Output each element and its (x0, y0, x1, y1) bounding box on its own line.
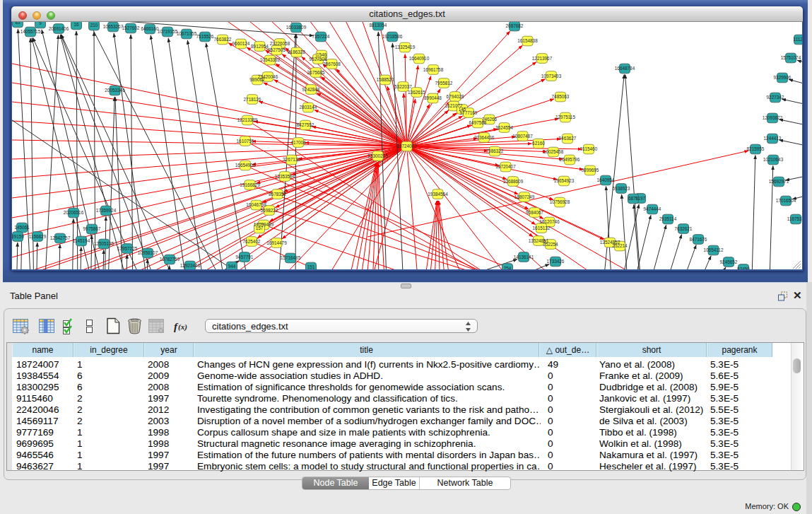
svg-text:9115460: 9115460 (580, 146, 598, 151)
svg-text:9660124: 9660124 (233, 41, 250, 46)
svg-text:10025458: 10025458 (543, 149, 564, 154)
svg-text:16154838: 16154838 (517, 38, 538, 43)
svg-text:7515526: 7515526 (196, 34, 214, 39)
svg-text:16120746: 16120746 (539, 219, 560, 224)
svg-text:1733426: 1733426 (547, 259, 565, 264)
svg-text:17016504: 17016504 (776, 198, 796, 203)
svg-text:12213389: 12213389 (237, 117, 258, 122)
svg-text:23226058: 23226058 (270, 41, 290, 46)
svg-text:9227342: 9227342 (767, 95, 784, 100)
svg-text:18724007: 18724007 (396, 144, 417, 148)
svg-text:10958107: 10958107 (138, 250, 158, 255)
svg-text:2867608: 2867608 (323, 62, 341, 66)
svg-text:3624554: 3624554 (495, 125, 513, 130)
svg-text:2087682: 2087682 (506, 23, 524, 28)
svg-text:12923446: 12923446 (180, 263, 201, 268)
svg-text:10756928: 10756928 (550, 199, 570, 204)
svg-text:15716485: 15716485 (281, 255, 301, 260)
svg-text:1615132: 1615132 (533, 226, 551, 230)
svg-text:10807487: 10807487 (512, 134, 533, 139)
svg-text:1167533: 1167533 (787, 216, 802, 221)
svg-text:19384554: 19384554 (428, 192, 448, 197)
svg-text:8912954: 8912954 (251, 44, 269, 49)
svg-text:1546: 1546 (317, 52, 327, 57)
svg-text:12213967: 12213967 (532, 56, 553, 61)
svg-text:6794028: 6794028 (447, 94, 464, 99)
svg-text:9777169: 9777169 (460, 110, 478, 115)
svg-text:16640910: 16640910 (409, 56, 430, 61)
svg-text:1588520: 1588520 (377, 77, 394, 82)
svg-text:9329906: 9329906 (774, 75, 792, 80)
svg-text:8186328: 8186328 (288, 49, 305, 54)
svg-text:10973493: 10973493 (541, 74, 562, 78)
svg-text:16782759: 16782759 (160, 257, 180, 262)
svg-text:7632621: 7632621 (675, 226, 693, 231)
svg-text:151: 151 (307, 264, 315, 269)
svg-text:20053346: 20053346 (105, 88, 125, 93)
svg-text:1640954: 1640954 (597, 177, 615, 182)
svg-text:252214: 252214 (612, 243, 628, 248)
svg-text:1610755: 1610755 (237, 139, 254, 144)
svg-text:3675685: 3675685 (307, 70, 325, 75)
svg-text:5698222: 5698222 (261, 208, 278, 213)
svg-text:7955812: 7955812 (435, 81, 453, 86)
svg-text:19166829: 19166829 (240, 182, 260, 187)
svg-text:16654906: 16654906 (235, 163, 256, 168)
svg-text:8427552: 8427552 (297, 122, 314, 127)
svg-text:62160: 62160 (532, 141, 545, 146)
svg-text:6466160: 6466160 (141, 26, 159, 31)
svg-text:10653267: 10653267 (103, 24, 124, 29)
svg-text:9242848: 9242848 (302, 87, 320, 92)
svg-text:8215955: 8215955 (747, 146, 765, 151)
svg-text:9: 9 (39, 22, 42, 25)
svg-text:5938923: 5938923 (613, 186, 630, 191)
svg-text:12505135: 12505135 (94, 241, 114, 246)
svg-text:2803144: 2803144 (300, 105, 317, 110)
svg-text:8678352: 8678352 (269, 192, 286, 197)
svg-text:10719155: 10719155 (158, 29, 178, 34)
svg-text:19654923: 19654923 (554, 178, 575, 183)
svg-text:8813054: 8813054 (370, 23, 387, 28)
svg-text:16046798: 16046798 (246, 202, 266, 207)
svg-text:10688609: 10688609 (503, 179, 524, 184)
svg-text:254: 254 (504, 266, 512, 270)
svg-text:7485063: 7485063 (552, 94, 570, 99)
svg-text:1156829: 1156829 (29, 234, 47, 239)
svg-text:13325419: 13325419 (395, 45, 416, 49)
svg-text:10654112: 10654112 (704, 247, 724, 252)
svg-text:15692971: 15692971 (769, 179, 789, 184)
svg-text:7986322: 7986322 (486, 148, 504, 153)
svg-text:14055715: 14055715 (20, 29, 41, 34)
svg-text:9245652: 9245652 (720, 259, 738, 264)
svg-text:20691406: 20691406 (49, 26, 69, 31)
svg-text:157: 157 (256, 226, 264, 230)
svg-text:1362615: 1362615 (408, 90, 425, 95)
svg-text:92450: 92450 (737, 267, 750, 270)
svg-text:16648784: 16648784 (615, 66, 635, 71)
svg-text:0899695: 0899695 (582, 168, 599, 173)
svg-text:1527602: 1527602 (122, 25, 140, 30)
svg-text:6871: 6871 (628, 196, 639, 201)
svg-text:18807249: 18807249 (514, 194, 535, 199)
svg-text:11122: 11122 (794, 37, 802, 42)
svg-text:14136141: 14136141 (514, 255, 534, 259)
svg-text:83: 83 (15, 22, 20, 25)
svg-text:17359924: 17359924 (96, 208, 117, 213)
svg-text:23300215: 23300215 (367, 153, 388, 158)
svg-text:12093872: 12093872 (763, 115, 783, 120)
svg-text:1244413: 1244413 (764, 136, 782, 141)
svg-text:15751074: 15751074 (781, 55, 801, 60)
svg-text:9463627: 9463627 (559, 136, 577, 141)
svg-text:25495796: 25495796 (560, 157, 580, 162)
svg-text:417004: 417004 (290, 140, 306, 145)
svg-text:19218586: 19218586 (382, 34, 403, 39)
svg-text:944: 944 (228, 264, 236, 269)
svg-text:9457791: 9457791 (236, 255, 254, 259)
svg-text:10671355: 10671355 (177, 31, 197, 36)
svg-text:6497568: 6497568 (469, 120, 487, 125)
svg-text:12975115: 12975115 (555, 115, 575, 119)
svg-text:9474444: 9474444 (644, 206, 661, 211)
svg-text:16033809: 16033809 (286, 25, 307, 30)
svg-text:1145194: 1145194 (73, 238, 90, 243)
svg-text:9084067: 9084067 (526, 210, 543, 215)
